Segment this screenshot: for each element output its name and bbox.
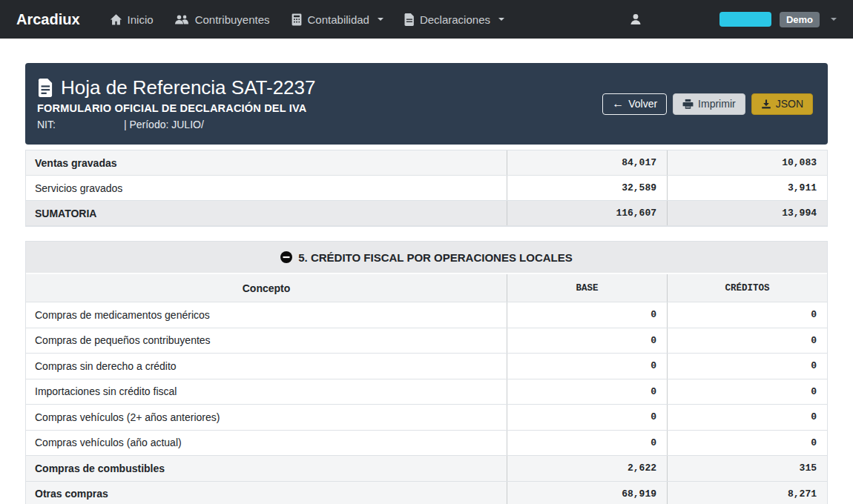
row-label: SUMATORIA — [26, 201, 507, 225]
minus-circle-icon — [280, 251, 292, 263]
column-header-base: BASE — [507, 274, 667, 302]
nav-item-inicio[interactable]: Inicio — [99, 0, 164, 39]
table-row: Compras de combustibles 2,622 315 — [26, 456, 827, 482]
base-value: 116,607 — [507, 201, 667, 225]
header-actions: ← Volver Imprimir JSON — [602, 93, 813, 115]
nav-item-contribuyentes[interactable]: Contribuyentes — [164, 0, 280, 39]
credits-value: 0 — [667, 379, 827, 405]
row-label: Compras de pequeños contribuyentes — [26, 328, 507, 354]
account-menu-caret-icon[interactable] — [831, 18, 837, 21]
table-row: Servicios gravados 32,589 3,911 — [26, 176, 827, 201]
credits-value: 3,911 — [667, 176, 827, 200]
row-label: Compras vehículos (año actual) — [26, 431, 507, 456]
base-value: 0 — [507, 354, 667, 379]
calculator-icon — [291, 13, 303, 26]
period-label: | Período: JULIO/ — [124, 119, 204, 130]
credit-fiscal-section: 5. CRÉDITO FISCAL POR OPERACIONES LOCALE… — [25, 241, 828, 504]
credits-value: 0 — [667, 405, 827, 430]
file-icon — [404, 13, 415, 26]
summary-table: Ventas gravadas 84,017 10,083 Servicios … — [25, 150, 828, 227]
printer-icon — [682, 99, 694, 110]
row-label: Compras vehículos (2+ años anteriores) — [26, 405, 507, 430]
table-row: Compras de pequeños contribuyentes 0 0 — [26, 328, 827, 354]
person-icon[interactable] — [629, 13, 642, 26]
table-row: Compras de medicamentos genéricos 0 0 — [26, 302, 827, 328]
username-badge[interactable] — [719, 12, 771, 27]
row-label: Compras de combustibles — [26, 456, 507, 481]
users-icon — [174, 13, 190, 26]
table-row: Ventas gravadas 84,017 10,083 — [26, 150, 827, 176]
row-label: Servicios gravados — [26, 176, 507, 200]
base-value: 0 — [507, 405, 667, 430]
nit-period-line: NIT:| Período: JULIO/ — [37, 119, 316, 130]
column-header-row: Concepto BASE CRÉDITOS — [26, 274, 827, 302]
nav-item-declaraciones[interactable]: Declaraciones — [394, 0, 515, 39]
section-title: 5. CRÉDITO FISCAL POR OPERACIONES LOCALE… — [298, 251, 573, 264]
table-row: Compras vehículos (año actual) 0 0 — [26, 431, 827, 457]
page-title-row: Hoja de Referencia SAT-2237 — [37, 77, 316, 99]
download-icon — [761, 99, 771, 110]
nav-item-label: Declaraciones — [420, 13, 490, 26]
credits-value: 315 — [667, 456, 827, 481]
base-value: 68,919 — [507, 482, 667, 504]
chevron-down-icon — [378, 18, 383, 21]
nav-item-label: Contabilidad — [308, 13, 369, 26]
back-button[interactable]: ← Volver — [602, 93, 667, 115]
top-navbar: Arcadiux Inicio Contribuyentes Contabili… — [0, 0, 853, 39]
table-row: Importaciones sin crédito fiscal 0 0 — [26, 379, 827, 405]
brand-logo[interactable]: Arcadiux — [16, 11, 80, 28]
base-value: 32,589 — [507, 176, 667, 200]
row-label: Importaciones sin crédito fiscal — [26, 379, 507, 405]
row-label: Otras compras — [26, 482, 507, 504]
base-value: 0 — [507, 431, 667, 456]
table-row: Compras vehículos (2+ años anteriores) 0… — [26, 405, 827, 431]
page-subtitle: FORMULARIO OFICIAL DE DECLARACIÓN DEL IV… — [37, 102, 316, 114]
section-header[interactable]: 5. CRÉDITO FISCAL POR OPERACIONES LOCALE… — [26, 242, 827, 274]
nav-item-contabilidad[interactable]: Contabilidad — [280, 0, 394, 39]
navbar-right: Demo — [629, 12, 837, 27]
base-value: 0 — [507, 302, 667, 328]
credits-value: 0 — [667, 431, 827, 456]
nav-item-label: Contribuyentes — [195, 13, 270, 26]
env-badge: Demo — [780, 12, 820, 27]
home-icon — [110, 13, 122, 26]
row-label: Compras sin derecho a crédito — [26, 354, 507, 379]
nav-item-label: Inicio — [128, 13, 154, 26]
credits-value: 8,271 — [667, 482, 827, 504]
credits-value: 0 — [667, 302, 827, 328]
base-value: 0 — [507, 379, 667, 405]
document-header-info: Hoja de Referencia SAT-2237 FORMULARIO O… — [37, 77, 316, 131]
credits-value: 13,994 — [667, 201, 827, 225]
json-download-button[interactable]: JSON — [751, 93, 813, 115]
table-row-total: SUMATORIA 116,607 13,994 — [26, 201, 827, 226]
chevron-down-icon — [498, 18, 504, 21]
page-title: Hoja de Referencia SAT-2237 — [61, 77, 316, 99]
column-header-concept: Concepto — [26, 274, 507, 302]
credits-value: 10,083 — [667, 150, 827, 175]
row-label: Ventas gravadas — [26, 150, 507, 175]
arrow-left-icon: ← — [612, 98, 624, 110]
base-value: 84,017 — [507, 150, 667, 175]
file-text-icon — [37, 79, 54, 97]
base-value: 2,622 — [507, 456, 667, 481]
credits-value: 0 — [667, 354, 827, 379]
nit-label: NIT: — [37, 119, 56, 130]
base-value: 0 — [507, 328, 667, 354]
row-label: Compras de medicamentos genéricos — [26, 302, 507, 328]
table-row: Otras compras 68,919 8,271 — [26, 482, 827, 504]
table-row: Compras sin derecho a crédito 0 0 — [26, 354, 827, 379]
document-header-panel: Hoja de Referencia SAT-2237 FORMULARIO O… — [25, 63, 828, 145]
column-header-credits: CRÉDITOS — [667, 274, 827, 302]
print-button[interactable]: Imprimir — [673, 93, 745, 115]
credits-value: 0 — [667, 328, 827, 354]
